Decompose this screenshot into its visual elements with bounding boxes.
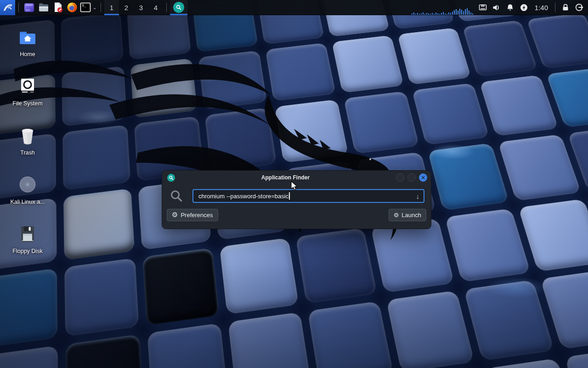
- file-manager-icon: [38, 1, 50, 13]
- svg-text:$_: $_: [82, 3, 87, 7]
- volume-tray-icon[interactable]: [490, 0, 503, 15]
- kali-logo-icon: [2, 2, 13, 13]
- text-caret: [289, 192, 290, 200]
- panel-separator: [555, 3, 555, 12]
- preferences-button[interactable]: ⚙ Preferences: [167, 209, 218, 221]
- application-finder-window: Application Finder ✕ chromium --password…: [162, 170, 431, 229]
- power-manager-icon[interactable]: [517, 0, 531, 15]
- logout-icon[interactable]: [572, 0, 586, 15]
- desktop-icon-label: Home: [8, 51, 47, 58]
- search-icon: [170, 189, 183, 203]
- notification-bell-icon[interactable]: [503, 0, 517, 15]
- floppy-disk-icon: [8, 224, 47, 245]
- text-editor-icon: [52, 1, 64, 13]
- launcher-terminal[interactable]: $_ ⌄: [79, 0, 97, 15]
- desktop-icon-label: File System: [8, 100, 47, 107]
- panel-clock[interactable]: 1:40: [531, 4, 552, 12]
- chevron-down-icon[interactable]: ⌄: [92, 5, 96, 11]
- app-finder-icon: [173, 2, 184, 13]
- desktop-icon-home[interactable]: Home: [8, 27, 47, 58]
- workspace-3-button[interactable]: 3: [134, 0, 148, 15]
- preferences-label: Preferences: [181, 212, 213, 218]
- qterminal-icon: [23, 2, 35, 13]
- firefox-icon: [66, 1, 78, 13]
- desktop-icon-trash[interactable]: Trash: [8, 125, 47, 156]
- dropdown-arrow-icon[interactable]: ↓: [416, 192, 420, 200]
- workspace-4-button[interactable]: 4: [148, 0, 163, 15]
- gear-icon: ⚙: [172, 212, 178, 218]
- network-tray-icon[interactable]: [476, 0, 490, 15]
- top-panel: $_ ⌄ 1 2 3 4: [0, 0, 588, 15]
- launch-gear-icon: ⚙: [394, 212, 399, 218]
- panel-separator: [18, 3, 19, 12]
- desktop-icon-label: Kali Linux a...: [8, 199, 47, 205]
- launcher-file-manager[interactable]: [36, 0, 51, 15]
- kali-menu-button[interactable]: [0, 0, 15, 15]
- launcher-qterminal[interactable]: [22, 0, 36, 15]
- launch-label: Launch: [401, 212, 421, 218]
- close-button[interactable]: ✕: [419, 173, 427, 182]
- launcher-firefox[interactable]: [65, 0, 79, 15]
- cd-disc-icon: [8, 174, 47, 196]
- workspace-label: 1: [110, 4, 113, 12]
- maximize-button[interactable]: [407, 173, 416, 182]
- trash-can-icon: [8, 125, 47, 146]
- launch-button[interactable]: ⚙ Launch: [389, 209, 426, 221]
- desktop-icon-floppy[interactable]: Floppy Disk: [8, 224, 47, 254]
- taskbar-application-finder[interactable]: [170, 0, 187, 15]
- desktop-icon-file-system[interactable]: File System: [8, 76, 47, 107]
- mouse-cursor: [291, 181, 299, 191]
- minimize-button[interactable]: [396, 173, 404, 182]
- workspace-label: 4: [154, 4, 158, 12]
- home-folder-icon: [8, 27, 47, 48]
- panel-separator: [101, 3, 101, 12]
- command-input-value: chromium --password-store=basic: [198, 193, 288, 200]
- workspace-1-button[interactable]: 1: [104, 0, 119, 15]
- terminal-icon: $_: [79, 1, 91, 13]
- panel-separator: [166, 3, 167, 12]
- network-monitor-graph[interactable]: [412, 8, 476, 15]
- hard-drive-icon: [8, 76, 47, 97]
- launcher-text-editor[interactable]: [51, 0, 65, 15]
- dialog-title: Application Finder: [175, 174, 396, 181]
- workspace-label: 3: [139, 4, 143, 12]
- workspace-2-button[interactable]: 2: [119, 0, 134, 15]
- desktop-icon-label: Trash: [8, 150, 47, 156]
- workspace-label: 2: [124, 4, 128, 12]
- desktop-icon-label: Floppy Disk: [8, 248, 47, 254]
- lock-screen-icon[interactable]: [559, 0, 572, 15]
- app-finder-window-icon: [167, 174, 175, 182]
- desktop-icon-kali-cd[interactable]: Kali Linux a...: [8, 174, 47, 205]
- command-input[interactable]: chromium --password-store=basic ↓: [192, 189, 424, 203]
